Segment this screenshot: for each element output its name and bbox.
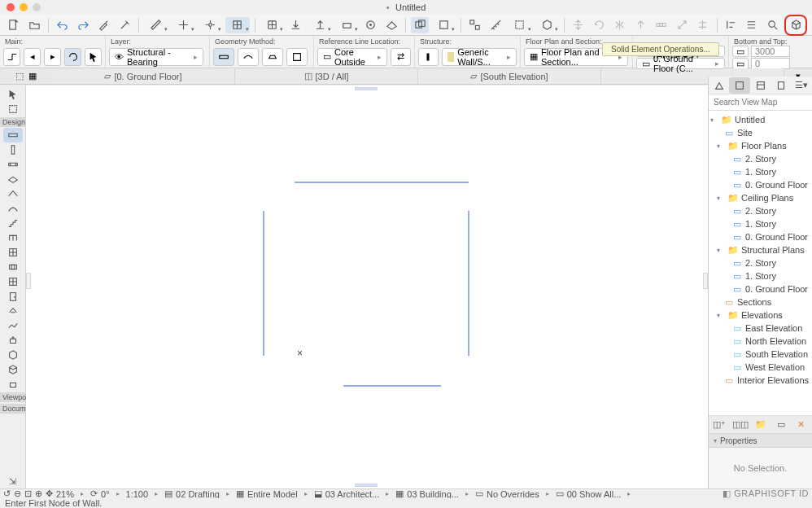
mesh-tool[interactable] bbox=[3, 318, 23, 333]
elevation-icon[interactable] bbox=[308, 17, 331, 33]
project-map-button[interactable] bbox=[709, 77, 729, 94]
multiply-icon[interactable] bbox=[653, 17, 670, 33]
publisher-button[interactable] bbox=[771, 77, 791, 94]
split-icon[interactable] bbox=[694, 17, 712, 33]
tree-story-2[interactable]: ▭2. Story bbox=[709, 152, 812, 165]
plane-icon[interactable] bbox=[335, 17, 359, 33]
clone-view-button[interactable]: ◫◫ bbox=[732, 418, 749, 432]
tree-north-elev[interactable]: ▭North Elevation bbox=[709, 335, 812, 348]
edit-plane-icon[interactable] bbox=[383, 17, 401, 33]
guide-icon[interactable] bbox=[172, 17, 195, 33]
measure-icon[interactable] bbox=[487, 17, 505, 33]
document-group-label[interactable]: Docume bbox=[0, 404, 25, 414]
curtain-wall-tool[interactable] bbox=[3, 245, 23, 260]
find-select-icon[interactable] bbox=[764, 17, 782, 33]
resize-handle-top[interactable] bbox=[355, 87, 378, 90]
wall-tool[interactable] bbox=[3, 128, 23, 142]
left-panel-handle[interactable] bbox=[26, 273, 31, 289]
grid-icon[interactable] bbox=[260, 17, 284, 33]
column-tool[interactable] bbox=[3, 142, 23, 157]
roof-tool[interactable] bbox=[3, 186, 23, 201]
bottom-offset-icon[interactable]: ▭ bbox=[732, 58, 749, 69]
zoom-window-button[interactable] bbox=[33, 3, 41, 11]
new-folder-button[interactable]: 📁 bbox=[753, 418, 769, 432]
expand-toolbox-icon[interactable]: ⇲ bbox=[3, 474, 23, 488]
structure-dropdown[interactable]: Generic Wall/S... ▸ bbox=[442, 48, 517, 66]
drawing-canvas[interactable]: × bbox=[26, 85, 708, 488]
solid-element-operations-icon[interactable] bbox=[787, 17, 805, 33]
zone-tool[interactable] bbox=[3, 348, 23, 362]
top-offset-icon[interactable]: ▭ bbox=[732, 46, 749, 57]
favorites-right-button[interactable]: ▸ bbox=[44, 48, 61, 66]
structure-basic-button[interactable] bbox=[418, 48, 439, 66]
morph-tool[interactable] bbox=[3, 362, 23, 377]
layout-book-button[interactable] bbox=[750, 77, 771, 94]
tree-ground-floor[interactable]: ▭0. Ground Floor bbox=[709, 178, 812, 191]
favorites-mode-button[interactable] bbox=[64, 48, 81, 66]
railing-tool[interactable] bbox=[3, 230, 23, 245]
scale-dropdown[interactable]: 1:100▸ bbox=[126, 489, 162, 499]
marquee-tool[interactable] bbox=[3, 102, 23, 116]
redo-icon[interactable] bbox=[75, 17, 93, 33]
tree-site[interactable]: ▭Site bbox=[709, 126, 812, 139]
tree-sections[interactable]: ▭Sections bbox=[709, 296, 812, 309]
trace-ref-icon[interactable] bbox=[432, 17, 456, 33]
ruler-icon[interactable] bbox=[144, 17, 168, 33]
flip-refline-button[interactable]: ⇄ bbox=[391, 48, 411, 66]
slab-tool[interactable] bbox=[3, 172, 23, 186]
window-tool[interactable] bbox=[3, 274, 23, 289]
tree-structural-story-2[interactable]: ▭2. Story bbox=[709, 256, 812, 269]
opening-tool[interactable] bbox=[3, 260, 23, 274]
delete-button[interactable]: ✕ bbox=[793, 418, 809, 432]
tree-elevations[interactable]: ▾📁Elevations bbox=[709, 309, 812, 322]
settings-button[interactable]: ▭ bbox=[774, 418, 789, 432]
tree-ceiling-story-1[interactable]: ▭1. Story bbox=[709, 217, 812, 230]
navigator-menu-button[interactable]: ☰▾ bbox=[792, 77, 812, 94]
tree-east-elev[interactable]: ▭East Elevation bbox=[709, 322, 812, 335]
marquee-icon[interactable] bbox=[508, 17, 531, 33]
mirror-icon[interactable] bbox=[611, 17, 629, 33]
beam-tool[interactable] bbox=[3, 157, 23, 172]
home-story-dropdown[interactable]: ▭ 0. Ground Floor (C... ▸ bbox=[636, 58, 725, 69]
arrow-tool[interactable] bbox=[3, 87, 23, 102]
tree-structural-plans[interactable]: ▾📁Structural Plans bbox=[709, 243, 812, 256]
resize-handle-bottom[interactable] bbox=[355, 484, 378, 487]
eyedropper-icon[interactable] bbox=[95, 17, 113, 33]
minimize-window-button[interactable] bbox=[20, 3, 28, 11]
hexagon-icon[interactable] bbox=[535, 17, 559, 33]
rotate-icon[interactable] bbox=[590, 17, 608, 33]
zoom-value-dropdown[interactable]: 21%▸ bbox=[56, 489, 87, 499]
tree-structural-story-1[interactable]: ▭1. Story bbox=[709, 269, 812, 282]
more-tool[interactable] bbox=[3, 377, 23, 392]
design-group-label[interactable]: Design bbox=[0, 117, 25, 127]
wall-segment[interactable] bbox=[295, 182, 469, 183]
refline-dropdown[interactable]: ▭ Core Outside ▸ bbox=[317, 48, 387, 66]
new-icon[interactable] bbox=[5, 17, 23, 33]
navigator-search-input[interactable] bbox=[709, 94, 812, 110]
tree-west-elev[interactable]: ▭West Elevation bbox=[709, 361, 812, 374]
trace-icon[interactable] bbox=[411, 17, 429, 33]
tab-3d-all[interactable]: ◫ [3D / All] bbox=[235, 68, 418, 84]
wall-segment[interactable] bbox=[263, 211, 264, 356]
tree-structural-ground[interactable]: ▭0. Ground Floor bbox=[709, 282, 812, 296]
syringe-icon[interactable] bbox=[116, 17, 134, 33]
door-tool[interactable] bbox=[3, 289, 23, 304]
object-tool[interactable] bbox=[3, 333, 23, 348]
elevate-icon[interactable] bbox=[631, 17, 649, 33]
stair-tool[interactable] bbox=[3, 216, 23, 230]
open-icon[interactable] bbox=[26, 17, 44, 33]
move-icon[interactable] bbox=[570, 17, 587, 33]
align-icon[interactable] bbox=[723, 17, 740, 33]
properties-header[interactable]: Properties bbox=[709, 433, 812, 448]
tree-floor-plans[interactable]: ▾📁Floor Plans bbox=[709, 139, 812, 152]
wall-segment[interactable] bbox=[468, 211, 469, 356]
gravity-icon[interactable] bbox=[287, 17, 305, 33]
tree-ceiling-plans[interactable]: ▾📁Ceiling Plans bbox=[709, 191, 812, 204]
shell-tool[interactable] bbox=[3, 201, 23, 216]
favorites-left-button[interactable]: ◂ bbox=[24, 48, 41, 66]
snap-grid-icon[interactable] bbox=[225, 17, 249, 33]
snap-icon[interactable] bbox=[199, 17, 222, 33]
close-window-button[interactable] bbox=[7, 3, 15, 11]
top-offset-input[interactable] bbox=[751, 46, 790, 57]
skylight-tool[interactable] bbox=[3, 304, 23, 318]
